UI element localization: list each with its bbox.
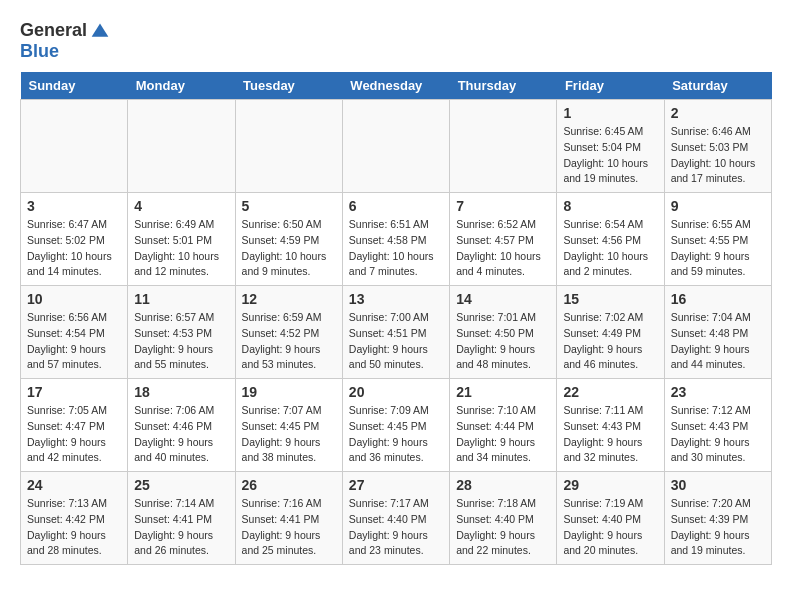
calendar-cell: 15Sunrise: 7:02 AM Sunset: 4:49 PM Dayli… (557, 286, 664, 379)
calendar-cell: 8Sunrise: 6:54 AM Sunset: 4:56 PM Daylig… (557, 193, 664, 286)
calendar-header-sunday: Sunday (21, 72, 128, 100)
calendar-header-wednesday: Wednesday (342, 72, 449, 100)
calendar-cell: 10Sunrise: 6:56 AM Sunset: 4:54 PM Dayli… (21, 286, 128, 379)
calendar-cell: 1Sunrise: 6:45 AM Sunset: 5:04 PM Daylig… (557, 100, 664, 193)
calendar-cell: 23Sunrise: 7:12 AM Sunset: 4:43 PM Dayli… (664, 379, 771, 472)
calendar-header-friday: Friday (557, 72, 664, 100)
day-info: Sunrise: 7:14 AM Sunset: 4:41 PM Dayligh… (134, 496, 228, 559)
calendar-cell (235, 100, 342, 193)
calendar-week-1: 3Sunrise: 6:47 AM Sunset: 5:02 PM Daylig… (21, 193, 772, 286)
day-number: 4 (134, 198, 228, 214)
day-info: Sunrise: 7:20 AM Sunset: 4:39 PM Dayligh… (671, 496, 765, 559)
day-number: 26 (242, 477, 336, 493)
calendar-header-monday: Monday (128, 72, 235, 100)
calendar-header-saturday: Saturday (664, 72, 771, 100)
calendar-cell: 27Sunrise: 7:17 AM Sunset: 4:40 PM Dayli… (342, 472, 449, 565)
logo-icon (90, 21, 110, 41)
calendar-body: 1Sunrise: 6:45 AM Sunset: 5:04 PM Daylig… (21, 100, 772, 565)
day-info: Sunrise: 6:55 AM Sunset: 4:55 PM Dayligh… (671, 217, 765, 280)
day-info: Sunrise: 7:05 AM Sunset: 4:47 PM Dayligh… (27, 403, 121, 466)
calendar-cell: 20Sunrise: 7:09 AM Sunset: 4:45 PM Dayli… (342, 379, 449, 472)
calendar-cell (128, 100, 235, 193)
day-info: Sunrise: 6:57 AM Sunset: 4:53 PM Dayligh… (134, 310, 228, 373)
calendar-cell: 17Sunrise: 7:05 AM Sunset: 4:47 PM Dayli… (21, 379, 128, 472)
calendar-cell: 19Sunrise: 7:07 AM Sunset: 4:45 PM Dayli… (235, 379, 342, 472)
day-number: 28 (456, 477, 550, 493)
day-number: 23 (671, 384, 765, 400)
day-info: Sunrise: 6:50 AM Sunset: 4:59 PM Dayligh… (242, 217, 336, 280)
calendar-cell: 11Sunrise: 6:57 AM Sunset: 4:53 PM Dayli… (128, 286, 235, 379)
day-info: Sunrise: 7:04 AM Sunset: 4:48 PM Dayligh… (671, 310, 765, 373)
day-number: 27 (349, 477, 443, 493)
calendar-cell: 24Sunrise: 7:13 AM Sunset: 4:42 PM Dayli… (21, 472, 128, 565)
day-number: 2 (671, 105, 765, 121)
day-info: Sunrise: 6:56 AM Sunset: 4:54 PM Dayligh… (27, 310, 121, 373)
day-info: Sunrise: 7:01 AM Sunset: 4:50 PM Dayligh… (456, 310, 550, 373)
day-info: Sunrise: 6:49 AM Sunset: 5:01 PM Dayligh… (134, 217, 228, 280)
day-info: Sunrise: 6:46 AM Sunset: 5:03 PM Dayligh… (671, 124, 765, 187)
logo: General Blue (20, 20, 110, 62)
day-number: 11 (134, 291, 228, 307)
calendar-cell: 6Sunrise: 6:51 AM Sunset: 4:58 PM Daylig… (342, 193, 449, 286)
calendar-cell: 4Sunrise: 6:49 AM Sunset: 5:01 PM Daylig… (128, 193, 235, 286)
calendar-cell: 25Sunrise: 7:14 AM Sunset: 4:41 PM Dayli… (128, 472, 235, 565)
day-number: 10 (27, 291, 121, 307)
day-number: 29 (563, 477, 657, 493)
calendar-cell: 18Sunrise: 7:06 AM Sunset: 4:46 PM Dayli… (128, 379, 235, 472)
day-number: 9 (671, 198, 765, 214)
day-number: 17 (27, 384, 121, 400)
day-info: Sunrise: 6:59 AM Sunset: 4:52 PM Dayligh… (242, 310, 336, 373)
day-number: 24 (27, 477, 121, 493)
day-info: Sunrise: 7:18 AM Sunset: 4:40 PM Dayligh… (456, 496, 550, 559)
day-number: 3 (27, 198, 121, 214)
day-number: 30 (671, 477, 765, 493)
day-info: Sunrise: 7:17 AM Sunset: 4:40 PM Dayligh… (349, 496, 443, 559)
day-info: Sunrise: 6:52 AM Sunset: 4:57 PM Dayligh… (456, 217, 550, 280)
calendar-week-4: 24Sunrise: 7:13 AM Sunset: 4:42 PM Dayli… (21, 472, 772, 565)
day-info: Sunrise: 7:07 AM Sunset: 4:45 PM Dayligh… (242, 403, 336, 466)
calendar-table: SundayMondayTuesdayWednesdayThursdayFrid… (20, 72, 772, 565)
calendar-cell (21, 100, 128, 193)
day-info: Sunrise: 6:54 AM Sunset: 4:56 PM Dayligh… (563, 217, 657, 280)
day-number: 14 (456, 291, 550, 307)
calendar-cell: 21Sunrise: 7:10 AM Sunset: 4:44 PM Dayli… (450, 379, 557, 472)
logo-blue: Blue (20, 41, 59, 62)
day-info: Sunrise: 6:47 AM Sunset: 5:02 PM Dayligh… (27, 217, 121, 280)
day-number: 19 (242, 384, 336, 400)
calendar-week-2: 10Sunrise: 6:56 AM Sunset: 4:54 PM Dayli… (21, 286, 772, 379)
calendar-cell (342, 100, 449, 193)
day-number: 1 (563, 105, 657, 121)
calendar-cell: 26Sunrise: 7:16 AM Sunset: 4:41 PM Dayli… (235, 472, 342, 565)
calendar-cell: 3Sunrise: 6:47 AM Sunset: 5:02 PM Daylig… (21, 193, 128, 286)
day-number: 25 (134, 477, 228, 493)
calendar-cell: 16Sunrise: 7:04 AM Sunset: 4:48 PM Dayli… (664, 286, 771, 379)
day-info: Sunrise: 6:45 AM Sunset: 5:04 PM Dayligh… (563, 124, 657, 187)
day-info: Sunrise: 7:11 AM Sunset: 4:43 PM Dayligh… (563, 403, 657, 466)
calendar-header-tuesday: Tuesday (235, 72, 342, 100)
day-number: 20 (349, 384, 443, 400)
day-info: Sunrise: 7:19 AM Sunset: 4:40 PM Dayligh… (563, 496, 657, 559)
calendar-cell (450, 100, 557, 193)
calendar-cell: 22Sunrise: 7:11 AM Sunset: 4:43 PM Dayli… (557, 379, 664, 472)
day-number: 18 (134, 384, 228, 400)
day-number: 7 (456, 198, 550, 214)
calendar-cell: 29Sunrise: 7:19 AM Sunset: 4:40 PM Dayli… (557, 472, 664, 565)
day-number: 8 (563, 198, 657, 214)
day-number: 15 (563, 291, 657, 307)
day-number: 22 (563, 384, 657, 400)
calendar-cell: 9Sunrise: 6:55 AM Sunset: 4:55 PM Daylig… (664, 193, 771, 286)
day-info: Sunrise: 7:02 AM Sunset: 4:49 PM Dayligh… (563, 310, 657, 373)
day-info: Sunrise: 7:06 AM Sunset: 4:46 PM Dayligh… (134, 403, 228, 466)
calendar-header-thursday: Thursday (450, 72, 557, 100)
calendar-cell: 30Sunrise: 7:20 AM Sunset: 4:39 PM Dayli… (664, 472, 771, 565)
calendar-cell: 7Sunrise: 6:52 AM Sunset: 4:57 PM Daylig… (450, 193, 557, 286)
day-info: Sunrise: 6:51 AM Sunset: 4:58 PM Dayligh… (349, 217, 443, 280)
day-info: Sunrise: 7:12 AM Sunset: 4:43 PM Dayligh… (671, 403, 765, 466)
day-number: 12 (242, 291, 336, 307)
day-info: Sunrise: 7:13 AM Sunset: 4:42 PM Dayligh… (27, 496, 121, 559)
logo-general: General (20, 20, 87, 41)
calendar-cell: 14Sunrise: 7:01 AM Sunset: 4:50 PM Dayli… (450, 286, 557, 379)
calendar-cell: 13Sunrise: 7:00 AM Sunset: 4:51 PM Dayli… (342, 286, 449, 379)
day-number: 6 (349, 198, 443, 214)
day-number: 13 (349, 291, 443, 307)
